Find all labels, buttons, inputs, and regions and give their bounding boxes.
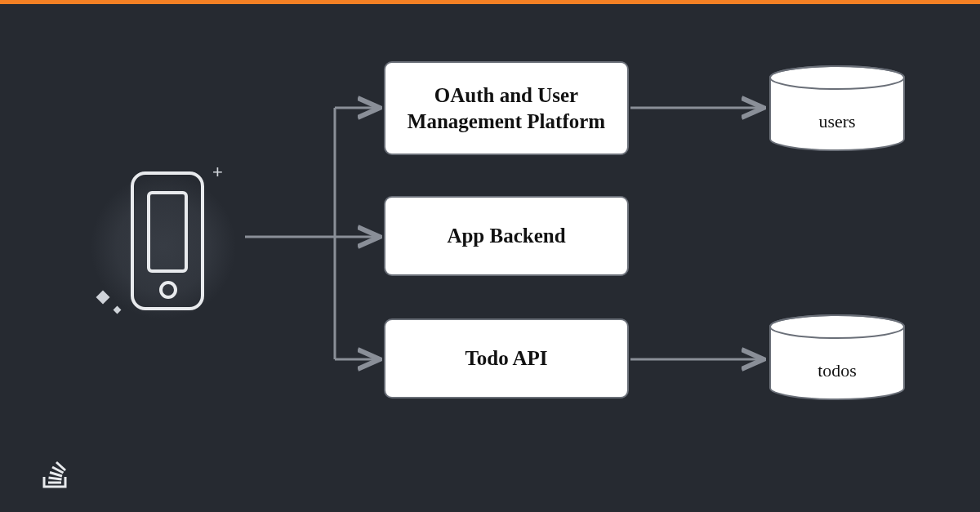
database-todos-icon: todos (768, 314, 906, 400)
svg-line-13 (50, 473, 62, 477)
phone-home-button-icon (159, 281, 177, 299)
phone-outline-icon (131, 171, 204, 310)
database-label: todos (768, 360, 906, 381)
mobile-client-icon: + (82, 163, 245, 327)
service-box-oauth: OAuth and User Management Platform (384, 61, 629, 155)
accent-top-bar (0, 0, 980, 4)
service-label: Todo API (465, 345, 547, 371)
service-label: OAuth and User Management Platform (402, 82, 611, 134)
database-label: users (768, 111, 906, 132)
plus-icon: + (212, 163, 223, 181)
svg-line-12 (49, 478, 62, 479)
sparkle-icon (114, 306, 122, 314)
phone-screen-icon (147, 191, 188, 273)
stackoverflow-logo-icon (41, 455, 70, 488)
service-box-todo: Todo API (384, 318, 629, 398)
service-label: App Backend (447, 223, 565, 248)
database-users-icon: users (768, 65, 906, 151)
service-box-backend: App Backend (384, 196, 629, 276)
